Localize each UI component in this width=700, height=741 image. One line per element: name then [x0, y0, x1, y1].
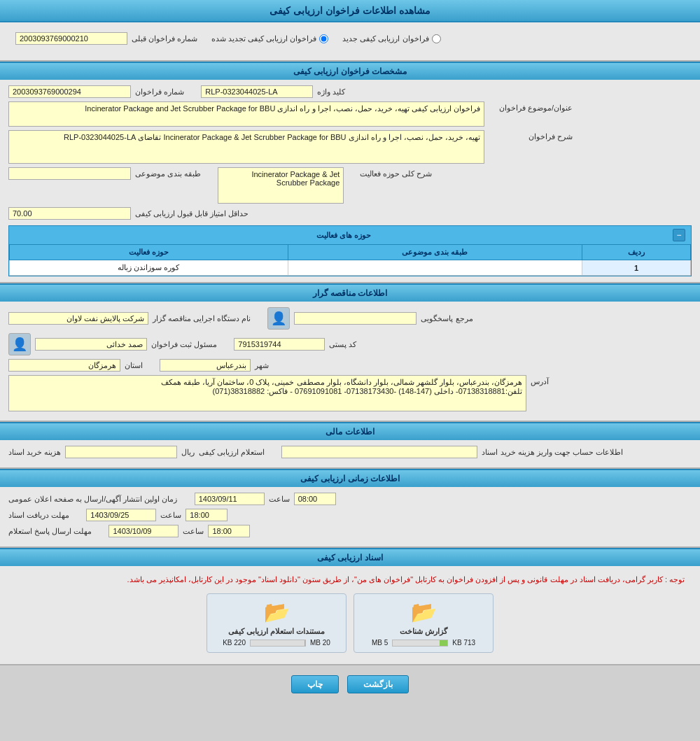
cell-area: کوره سوزاندن زباله	[10, 260, 288, 276]
table-row: 1 کوره سوزاندن زباله	[10, 260, 691, 276]
radio-section: فراخوان ارزیابی کیفی جدید فراخوان ارزیاب…	[0, 22, 700, 62]
address-input[interactable]: هرمزگان، بندرعباس، بلوار گلشهر شمالی، بل…	[8, 375, 526, 411]
file2-progress-fill	[304, 640, 305, 646]
activity-header: − حوزه های فعالیت	[9, 226, 691, 244]
activity-table: ردیف طبقه بندی موضوعی حوزه فعالیت 1 کوره…	[9, 244, 691, 276]
cell-category	[288, 260, 582, 276]
file-icon-2: 📂	[264, 600, 290, 624]
category-input[interactable]	[8, 167, 131, 180]
province-input[interactable]	[8, 359, 120, 372]
specs-header: مشخصات فراخوان ارزیابی کیفی	[0, 62, 700, 80]
response-date-input[interactable]	[108, 525, 178, 537]
first-pub-date-input[interactable]	[195, 493, 265, 505]
col-category: طبقه بندی موضوعی	[288, 245, 582, 260]
financial-body: اطلاعات حساب جهت واریز هزینه خرید اسناد …	[0, 440, 700, 469]
file2-size-total: 20 MB	[310, 639, 330, 647]
org-input[interactable]	[8, 312, 148, 325]
radio-renewed[interactable]: فراخوان ارزیابی کیفی تجدید شده	[211, 34, 328, 43]
first-pub-time-input[interactable]	[294, 493, 336, 505]
financial-header: اطلاعات مالی	[0, 422, 700, 440]
ref-input[interactable]	[294, 312, 416, 325]
response-time-input[interactable]	[208, 525, 250, 537]
manager-input[interactable]	[35, 338, 147, 351]
avatar-ref: 👤	[267, 307, 290, 330]
keyword-input[interactable]	[201, 85, 313, 98]
specs-body: کلید واژه شماره فراخوان عنوان/موضوع فراخ…	[0, 80, 700, 283]
avatar-manager: 👤	[8, 333, 31, 355]
activity-desc-input[interactable]: Incinerator Package & Jet Scrubber Packa…	[218, 167, 344, 204]
page-title: مشاهده اطلاعات فراخوان ارزیابی کیفی	[0, 0, 700, 22]
file1-size-row: 713 KB 5 MB	[372, 639, 475, 647]
file1-size-total: 5 MB	[372, 639, 388, 647]
tender-body: مرجع پاسخگویی 👤 نام دستگاه اجرایی مناقصه…	[0, 302, 700, 422]
account-input[interactable]	[281, 446, 477, 458]
file1-progress-bar	[392, 640, 448, 647]
cost-input[interactable]	[65, 446, 177, 458]
city-input[interactable]	[160, 359, 251, 372]
postal-input[interactable]	[234, 338, 325, 351]
file1-label: گزارش شناخت	[400, 627, 447, 636]
docs-body: توجه : کاربر گرامی، دریافت اسناد در مهلت…	[0, 566, 700, 665]
deadline-time-input[interactable]	[186, 509, 227, 521]
cell-row-num: 1	[582, 260, 690, 276]
file1-progress-fill	[440, 640, 447, 646]
prev-number-input[interactable]	[15, 32, 127, 45]
min-score-input[interactable]	[8, 207, 131, 220]
prev-number-group: شماره فراخوان قبلی	[15, 32, 197, 45]
file2-size-row: 20 MB 220 KB	[223, 639, 330, 647]
minimize-button[interactable]: −	[673, 229, 685, 241]
description-input[interactable]: تهیه، خرید، حمل، نصب، اجرا و راه اندازی …	[8, 130, 484, 164]
notice-text: توجه : کاربر گرامی، دریافت اسناد در مهلت…	[8, 572, 692, 588]
activity-table-container: ردیف طبقه بندی موضوعی حوزه فعالیت 1 کوره…	[9, 244, 691, 276]
fara-number-input[interactable]	[8, 85, 131, 98]
file-card-1[interactable]: 📂 گزارش شناخت 713 KB 5 MB	[354, 593, 493, 653]
files-row: 📂 گزارش شناخت 713 KB 5 MB 📂 مستندات استع…	[8, 588, 692, 658]
tender-header: اطلاعات مناقصه گرار	[0, 283, 700, 302]
col-row-num: ردیف	[582, 245, 690, 260]
footer-buttons: بازگشت چاپ	[0, 665, 700, 706]
print-button[interactable]: چاپ	[291, 675, 339, 693]
timing-body: ساعت زمان اولین انتشار آگهی/ارسال به صفح…	[0, 487, 700, 548]
file-icon-1: 📂	[411, 600, 437, 624]
deadline-date-input[interactable]	[86, 509, 156, 521]
file2-size-filled: 220 KB	[223, 639, 246, 647]
col-area: حوزه فعالیت	[10, 245, 288, 260]
file-card-2[interactable]: 📂 مستندات استعلام ارزیابی کیفی 20 MB 220…	[206, 593, 346, 653]
timing-header: اطلاعات زمانی ارزیابی کیفی	[0, 469, 700, 487]
file2-progress-bar	[250, 640, 306, 647]
subject-input[interactable]: فراخوان ارزیابی کیفی تهیه، خرید، حمل، نص…	[8, 101, 484, 127]
back-button[interactable]: بازگشت	[347, 675, 409, 693]
docs-header: اسناد ارزیابی کیفی	[0, 548, 700, 566]
file2-label: مستندات استعلام ارزیابی کیفی	[228, 627, 325, 636]
radio-new[interactable]: فراخوان ارزیابی کیفی جدید	[342, 34, 440, 43]
file1-size-filled: 713 KB	[452, 639, 475, 647]
